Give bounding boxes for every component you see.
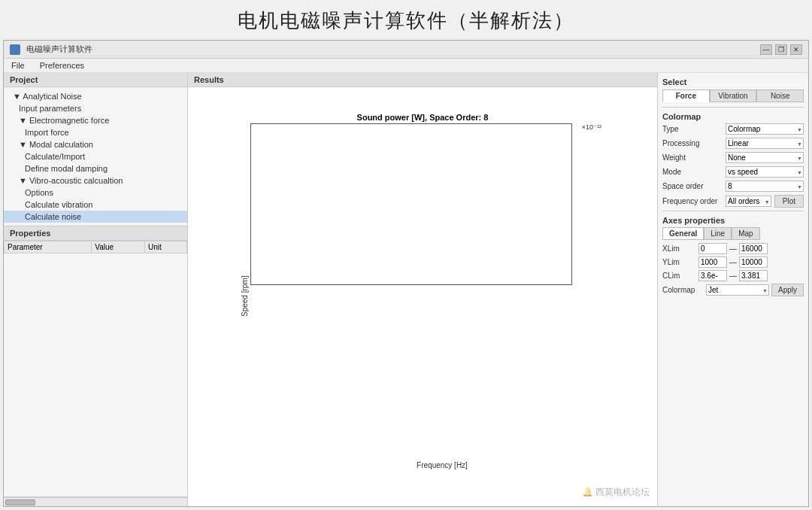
xlim-max-input[interactable]: [739, 243, 768, 254]
props-col-unit: Unit: [145, 241, 187, 253]
y-tick: 8000: [207, 152, 222, 159]
colormap-row: Colormap Jet Apply: [662, 284, 804, 296]
processing-label: Processing: [662, 139, 723, 147]
mode-label: Mode: [662, 168, 723, 176]
mode-row: Mode vs speed: [662, 166, 804, 178]
apply-button[interactable]: Apply: [771, 284, 804, 296]
tree-item[interactable]: Options: [4, 187, 187, 199]
project-section: Project ▼ Analytical NoiseInput paramete…: [4, 73, 187, 226]
colormap-select[interactable]: Jet: [706, 284, 769, 296]
space-order-select[interactable]: 8: [726, 181, 804, 192]
colorbar-gradient-container: 32.521.510.5: [586, 132, 597, 446]
results-header: Results: [188, 73, 657, 87]
props-col-value: Value: [92, 241, 145, 253]
ylim-max-input[interactable]: [739, 257, 768, 268]
restore-button[interactable]: ❐: [775, 44, 787, 55]
axes-section-title: Axes properties: [662, 216, 804, 225]
x-tick: 10000: [469, 446, 488, 454]
tree-item[interactable]: ▼ Analytical Noise: [4, 90, 187, 102]
y-tick: 4000: [207, 224, 222, 232]
space-order-label: Space order: [662, 182, 723, 190]
right-panel: Select ForceVibrationNoise Colormap Type…: [658, 73, 808, 506]
colorbar-tick: 1.5: [598, 317, 608, 324]
space-order-select-wrapper: 8: [726, 181, 804, 192]
tab-vibration[interactable]: Vibration: [710, 90, 757, 102]
space-order-row: Space order 8: [662, 181, 804, 192]
watermark: 🔔 西莫电机论坛: [582, 486, 650, 499]
chart-inner: Speed [rpm] 1000200030004000500060007000…: [238, 123, 607, 469]
freq-order-select-wrapper: All orders: [726, 196, 771, 207]
processing-row: Processing Linear: [662, 138, 804, 149]
xlim-min-input[interactable]: [698, 243, 727, 254]
app-icon: [10, 44, 20, 55]
y-tick: 1000: [207, 278, 222, 286]
tree-item[interactable]: Calculate noise: [4, 211, 187, 223]
select-section-title: Select: [662, 77, 804, 87]
tree-item[interactable]: Calculate/Import: [4, 150, 187, 162]
processing-select[interactable]: Linear: [726, 138, 804, 149]
weight-label: Weight: [662, 153, 723, 162]
project-tree: ▼ Analytical NoiseInput parameters▼ Elec…: [4, 87, 187, 226]
x-tick: 4000: [350, 446, 365, 454]
props-col-parameter: Parameter: [5, 241, 92, 253]
clim-min-input[interactable]: [698, 270, 727, 281]
weight-select[interactable]: None: [726, 152, 804, 163]
chart-container: Sound power [W], Space Order: 8 Speed [r…: [238, 113, 607, 481]
menu-file[interactable]: File: [8, 60, 28, 71]
y-tick: 7000: [207, 170, 222, 178]
x-axis-label: Frequency [Hz]: [277, 461, 607, 469]
clim-dash: —: [729, 272, 737, 280]
tree-item[interactable]: Calculate vibration: [4, 199, 187, 211]
chart-plot: [250, 123, 572, 286]
tree-item[interactable]: ▼ Vibro-acoustic calcualtion: [4, 175, 187, 187]
close-button[interactable]: ✕: [790, 44, 802, 55]
properties-table: Parameter Value Unit: [4, 241, 187, 253]
ylim-min-input[interactable]: [698, 257, 727, 268]
tree-item[interactable]: Import force: [4, 126, 187, 138]
axes-tab-general[interactable]: General: [662, 227, 704, 240]
tree-item[interactable]: ▼ Electromagnetic force: [4, 114, 187, 126]
freq-order-select[interactable]: All orders: [726, 196, 771, 207]
colorbar-tick: 1: [598, 379, 602, 387]
processing-select-wrapper: Linear: [726, 138, 804, 149]
freq-order-row: Frequency order All orders Plot: [662, 195, 804, 208]
properties-header: Properties: [4, 226, 187, 241]
app-window: 电磁噪声计算软件 — ❐ ✕ File Preferences Project …: [3, 40, 809, 507]
xlim-dash: —: [729, 244, 737, 253]
colormap-select-wrapper: Jet: [706, 284, 769, 296]
plot-button[interactable]: Plot: [774, 195, 804, 208]
mode-select[interactable]: vs speed: [726, 166, 804, 178]
chart-title: Sound power [W], Space Order: 8: [238, 113, 607, 122]
main-tab-group: ForceVibrationNoise: [662, 90, 804, 102]
heatmap-canvas: [251, 124, 571, 285]
clim-max-input[interactable]: [739, 270, 768, 281]
left-scrollbar[interactable]: [4, 497, 187, 506]
x-tick: 8000: [431, 446, 446, 454]
y-axis-label: Speed [rpm]: [238, 123, 250, 469]
axes-tab-map[interactable]: Map: [732, 227, 759, 240]
project-header: Project: [4, 73, 187, 87]
colorbar-canvas: [586, 132, 597, 446]
y-tick: 5000: [207, 206, 222, 214]
axes-tab-line[interactable]: Line: [704, 227, 732, 240]
y-tick: 9000: [207, 134, 222, 141]
tree-item[interactable]: ▼ Modal calculation: [4, 138, 187, 150]
menu-bar: File Preferences: [4, 59, 808, 73]
tab-force[interactable]: Force: [662, 90, 710, 102]
properties-section: Properties Parameter Value Unit: [4, 226, 187, 497]
mode-select-wrapper: vs speed: [726, 166, 804, 178]
tab-noise[interactable]: Noise: [756, 90, 804, 102]
x-tick: 6000: [390, 446, 405, 454]
menu-preferences[interactable]: Preferences: [37, 60, 87, 71]
ylim-row: YLim —: [662, 257, 804, 268]
xlim-row: XLim —: [662, 243, 804, 254]
xlim-label: XLim: [662, 244, 696, 253]
scrollbar-thumb[interactable]: [5, 499, 35, 505]
minimize-button[interactable]: —: [760, 44, 772, 55]
tree-item[interactable]: Define modal damping: [4, 162, 187, 175]
x-axis-container: 0200040006000800010000120001400016000 Fr…: [250, 446, 607, 469]
type-select[interactable]: Colormap: [726, 123, 804, 135]
y-tick: 2000: [207, 260, 222, 268]
tree-item[interactable]: Input parameters: [4, 102, 187, 114]
ylim-label: YLim: [662, 258, 696, 266]
